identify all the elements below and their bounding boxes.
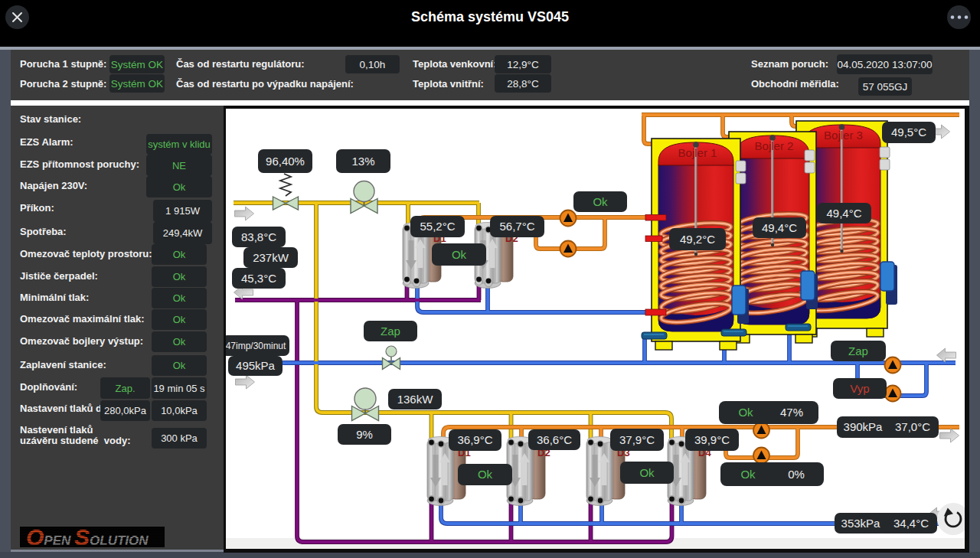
svg-text:Zap: Zap — [848, 344, 868, 357]
svg-text:353kPa: 353kPa — [841, 517, 881, 530]
svg-text:83,8°C: 83,8°C — [241, 230, 276, 243]
svg-text:36,6°C: 36,6°C — [537, 433, 572, 446]
svg-text:Vyp: Vyp — [850, 382, 869, 395]
svg-text:36,9°C: 36,9°C — [457, 433, 492, 446]
svg-text:Ok: Ok — [593, 195, 608, 208]
svg-text:49,2°C: 49,2°C — [680, 233, 715, 246]
svg-text:37,9°C: 37,9°C — [619, 433, 655, 446]
svg-text:Ok: Ok — [452, 248, 467, 261]
svg-text:0%: 0% — [788, 468, 805, 481]
svg-text:136kW: 136kW — [397, 393, 434, 406]
svg-text:Ok: Ok — [738, 406, 753, 419]
svg-text:Bojler 2: Bojler 2 — [755, 139, 794, 152]
svg-text:9%: 9% — [356, 428, 373, 441]
svg-text:45,3°C: 45,3°C — [241, 272, 276, 285]
svg-text:Bojler 1: Bojler 1 — [678, 146, 717, 159]
svg-text:55,2°C: 55,2°C — [420, 220, 455, 233]
svg-text:96,40%: 96,40% — [266, 155, 305, 168]
svg-text:49,5°C: 49,5°C — [891, 126, 926, 139]
svg-text:37,0°C: 37,0°C — [895, 420, 930, 433]
svg-text:237kW: 237kW — [253, 251, 289, 264]
svg-text:49,4°C: 49,4°C — [762, 221, 797, 234]
svg-text:Ok: Ok — [740, 468, 756, 481]
svg-text:Bojler 3: Bojler 3 — [824, 129, 863, 142]
svg-text:Ok: Ok — [639, 466, 655, 479]
svg-text:34,4°C: 34,4°C — [893, 517, 929, 530]
svg-text:47%: 47% — [780, 406, 803, 419]
svg-text:56,7°C: 56,7°C — [499, 220, 534, 233]
svg-text:390kPa: 390kPa — [844, 420, 884, 433]
svg-text:Zap: Zap — [381, 325, 400, 338]
svg-text:49,4°C: 49,4°C — [826, 207, 861, 220]
svg-text:Ok: Ok — [478, 468, 493, 481]
svg-text:13%: 13% — [351, 155, 374, 168]
svg-text:495kPa: 495kPa — [236, 359, 276, 372]
svg-text:39,9°C: 39,9°C — [694, 433, 730, 446]
svg-text:47imp/30minut: 47imp/30minut — [226, 341, 286, 351]
